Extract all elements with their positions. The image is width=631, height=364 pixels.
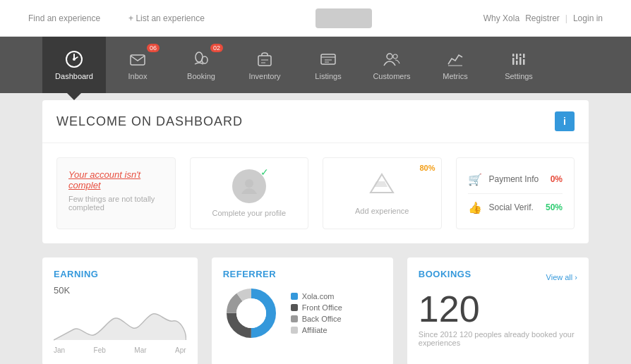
nav-settings[interactable]: Settings (487, 37, 551, 93)
experience-label: Add experience (355, 207, 409, 215)
svg-rect-9 (512, 54, 515, 65)
top-nav-left: Find an experience + List an experience (28, 13, 205, 23)
experience-icon (368, 171, 396, 201)
legend-label-affiliate: Affiliate (302, 326, 327, 334)
avatar-container: ✓ (232, 169, 266, 203)
why-xola-link[interactable]: Why Xola (483, 13, 519, 23)
earning-title: EARNING (54, 269, 186, 279)
legend-item-affiliate: Affiliate (291, 326, 342, 334)
nav-divider: | (565, 13, 567, 23)
svg-marker-19 (373, 181, 387, 187)
account-warning-sub: Few things are not totally completed (68, 195, 164, 212)
nav-listings[interactable]: Listings (296, 37, 360, 93)
login-link[interactable]: Login in (573, 13, 603, 23)
svg-rect-15 (519, 56, 522, 57)
svg-rect-13 (512, 56, 515, 58)
view-all-link[interactable]: View all › (546, 273, 577, 281)
bookings-number: 120 (419, 291, 577, 327)
nav-booking-label: Booking (187, 72, 215, 80)
payment-label: Payment Info (489, 174, 543, 184)
profile-check-icon: ✓ (260, 166, 269, 178)
svg-rect-14 (515, 59, 519, 61)
earning-card: EARNING 50K Jan Feb Mar Apr (42, 257, 198, 364)
register-link[interactable]: Registrer (525, 13, 560, 23)
svg-point-17 (245, 179, 253, 188)
social-label: Social Verif. (489, 202, 539, 212)
legend-dot-xola (291, 293, 298, 300)
thumbsup-icon: 👍 (468, 201, 482, 214)
main-content: WELCOME ON DASHBOARD i Your account isn'… (0, 93, 631, 364)
status-row: Your account isn't complet Few things ar… (42, 143, 589, 243)
legend-dot-back (291, 315, 298, 322)
bookings-header: BOOKINGS View all › (419, 269, 577, 285)
svg-point-24 (236, 298, 266, 328)
svg-point-4 (202, 56, 208, 63)
active-arrow (67, 93, 81, 100)
earning-chart (54, 301, 186, 344)
svg-rect-6 (321, 54, 335, 64)
referrer-title: REFERRER (223, 269, 382, 279)
legend-item-xola: Xola.com (291, 292, 342, 301)
info-button[interactable]: i (555, 111, 575, 131)
svg-point-1 (73, 58, 76, 61)
dashboard-header: WELCOME ON DASHBOARD i (42, 100, 589, 143)
nav-metrics[interactable]: Metrics (423, 37, 487, 93)
month-apr: Apr (175, 346, 186, 354)
nav-booking[interactable]: 02 Booking (169, 37, 233, 93)
payment-row: 🛒 Payment Info 0% (468, 173, 563, 186)
inbox-icon (128, 49, 148, 69)
donut-chart (223, 285, 280, 341)
month-feb: Feb (94, 346, 106, 354)
legend-item-front: Front Office (291, 303, 342, 312)
referrer-inner: Xola.com Front Office Back Office Affili… (223, 285, 382, 341)
profile-card[interactable]: ✓ Complete your profile (190, 157, 309, 229)
nav-inbox[interactable]: 06 Inbox (106, 37, 169, 93)
inbox-badge: 06 (147, 44, 160, 52)
bottom-row: EARNING 50K Jan Feb Mar Apr REFERRER (42, 257, 589, 364)
legend-label-front: Front Office (302, 303, 342, 312)
nav-inbox-label: Inbox (128, 72, 148, 80)
nav-inventory[interactable]: Inventory (233, 37, 296, 93)
svg-rect-5 (258, 56, 271, 66)
nav-metrics-label: Metrics (443, 72, 467, 80)
nav-inventory-label: Inventory (248, 72, 280, 80)
dashboard-panel: WELCOME ON DASHBOARD i Your account isn'… (42, 100, 589, 243)
inventory-icon (255, 49, 275, 69)
nav-customers[interactable]: Customers (360, 37, 423, 93)
experience-card[interactable]: 80% Add experience (323, 157, 442, 229)
nav-listings-label: Listings (315, 72, 341, 80)
svg-point-7 (387, 54, 392, 59)
earning-value: 50K (54, 285, 186, 296)
top-nav-logo-area (316, 8, 372, 28)
find-experience-link[interactable]: Find an experience (28, 13, 100, 23)
social-row: 👍 Social Verif. 50% (468, 201, 563, 214)
payment-pct: 0% (551, 174, 563, 184)
booking-badge: 02 (210, 44, 223, 52)
month-jan: Jan (54, 346, 65, 354)
nav-dashboard[interactable]: Dashboard (42, 37, 106, 93)
settings-icon (509, 49, 529, 69)
dashboard-icon (64, 49, 84, 69)
payment-info-card: 🛒 Payment Info 0% 👍 Social Verif. 50% (456, 157, 575, 229)
account-warning-title: Your account isn't complet (68, 169, 164, 190)
month-mar: Mar (134, 346, 146, 354)
social-pct: 50% (546, 202, 563, 212)
account-warning-card: Your account isn't complet Few things ar… (56, 157, 176, 229)
icon-nav: Dashboard 06 Inbox 02 Booking (0, 37, 631, 93)
nav-dashboard-label: Dashboard (55, 72, 93, 80)
metrics-icon (445, 49, 465, 69)
profile-label: Complete your profile (212, 209, 286, 217)
logo (316, 8, 372, 28)
nav-customers-label: Customers (373, 72, 410, 80)
cart-icon: 🛒 (468, 173, 482, 186)
svg-rect-16 (522, 58, 526, 59)
referrer-legend: Xola.com Front Office Back Office Affili… (291, 292, 342, 334)
chart-labels: Jan Feb Mar Apr (54, 346, 186, 354)
booking-icon (191, 49, 211, 69)
experience-percent: 80% (419, 164, 435, 172)
svg-rect-2 (131, 55, 145, 65)
list-experience-link[interactable]: + List an experience (128, 13, 205, 23)
top-nav: Find an experience + List an experience … (0, 0, 631, 37)
bookings-desc: Since 2012 120 peoples already booked yo… (419, 330, 577, 347)
bookings-card: BOOKINGS View all › 120 Since 2012 120 p… (407, 257, 589, 364)
